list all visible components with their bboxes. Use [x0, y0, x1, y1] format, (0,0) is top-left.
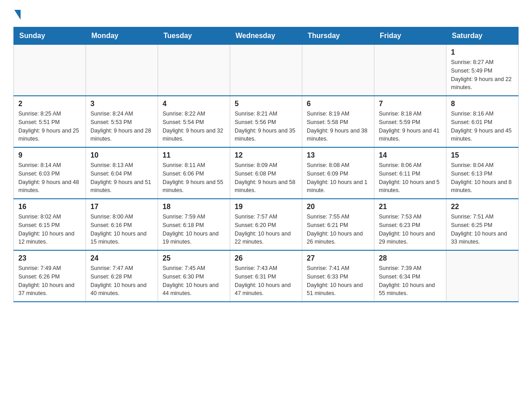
- calendar-body: 1Sunrise: 8:27 AM Sunset: 5:49 PM Daylig…: [14, 45, 519, 302]
- day-info: Sunrise: 8:19 AM Sunset: 5:58 PM Dayligh…: [307, 110, 369, 143]
- calendar-cell: 13Sunrise: 8:08 AM Sunset: 6:09 PM Dayli…: [302, 147, 374, 199]
- calendar-cell: 5Sunrise: 8:21 AM Sunset: 5:56 PM Daylig…: [230, 96, 302, 147]
- day-number: 22: [451, 203, 514, 211]
- week-row-5: 23Sunrise: 7:49 AM Sunset: 6:26 PM Dayli…: [14, 250, 519, 302]
- day-number: 19: [235, 203, 297, 211]
- day-number: 27: [307, 254, 369, 262]
- weekday-header-monday: Monday: [86, 27, 158, 45]
- day-number: 7: [379, 100, 442, 108]
- day-info: Sunrise: 7:45 AM Sunset: 6:30 PM Dayligh…: [163, 264, 225, 298]
- calendar-cell: 3Sunrise: 8:24 AM Sunset: 5:53 PM Daylig…: [86, 96, 158, 147]
- calendar-cell: 6Sunrise: 8:19 AM Sunset: 5:58 PM Daylig…: [302, 96, 374, 147]
- day-number: 15: [451, 151, 514, 159]
- day-info: Sunrise: 7:55 AM Sunset: 6:21 PM Dayligh…: [307, 213, 369, 246]
- calendar-cell: 9Sunrise: 8:14 AM Sunset: 6:03 PM Daylig…: [14, 147, 86, 199]
- day-number: 5: [235, 100, 297, 108]
- day-info: Sunrise: 7:49 AM Sunset: 6:26 PM Dayligh…: [18, 264, 81, 298]
- day-number: 28: [379, 254, 442, 262]
- day-info: Sunrise: 7:43 AM Sunset: 6:31 PM Dayligh…: [235, 264, 297, 298]
- day-info: Sunrise: 7:41 AM Sunset: 6:33 PM Dayligh…: [307, 264, 369, 298]
- calendar-cell: 19Sunrise: 7:57 AM Sunset: 6:20 PM Dayli…: [230, 199, 302, 250]
- calendar-cell: [374, 45, 446, 96]
- day-info: Sunrise: 8:18 AM Sunset: 5:59 PM Dayligh…: [379, 110, 442, 143]
- calendar-cell: 16Sunrise: 8:02 AM Sunset: 6:15 PM Dayli…: [14, 199, 86, 250]
- week-row-3: 9Sunrise: 8:14 AM Sunset: 6:03 PM Daylig…: [14, 147, 519, 199]
- week-row-2: 2Sunrise: 8:25 AM Sunset: 5:51 PM Daylig…: [14, 96, 519, 147]
- calendar-cell: [446, 250, 519, 302]
- calendar-cell: 8Sunrise: 8:16 AM Sunset: 6:01 PM Daylig…: [446, 96, 519, 147]
- day-info: Sunrise: 8:11 AM Sunset: 6:06 PM Dayligh…: [163, 161, 225, 195]
- calendar-cell: 17Sunrise: 8:00 AM Sunset: 6:16 PM Dayli…: [86, 199, 158, 250]
- day-info: Sunrise: 8:14 AM Sunset: 6:03 PM Dayligh…: [18, 161, 81, 195]
- page-header: [13, 9, 519, 18]
- week-row-1: 1Sunrise: 8:27 AM Sunset: 5:49 PM Daylig…: [14, 45, 519, 96]
- calendar-cell: 11Sunrise: 8:11 AM Sunset: 6:06 PM Dayli…: [158, 147, 230, 199]
- day-number: 1: [451, 48, 514, 56]
- day-info: Sunrise: 8:08 AM Sunset: 6:09 PM Dayligh…: [307, 161, 369, 195]
- calendar-cell: 1Sunrise: 8:27 AM Sunset: 5:49 PM Daylig…: [446, 45, 519, 96]
- weekday-header-thursday: Thursday: [302, 27, 374, 45]
- day-info: Sunrise: 8:04 AM Sunset: 6:13 PM Dayligh…: [451, 161, 514, 195]
- calendar-cell: [230, 45, 302, 96]
- weekday-header-wednesday: Wednesday: [230, 27, 302, 45]
- day-info: Sunrise: 7:39 AM Sunset: 6:34 PM Dayligh…: [379, 264, 442, 298]
- calendar-cell: [14, 45, 86, 96]
- day-info: Sunrise: 8:22 AM Sunset: 5:54 PM Dayligh…: [163, 110, 225, 143]
- calendar-cell: [86, 45, 158, 96]
- logo-triangle-icon: [14, 10, 21, 20]
- calendar-cell: 18Sunrise: 7:59 AM Sunset: 6:18 PM Dayli…: [158, 199, 230, 250]
- day-info: Sunrise: 8:06 AM Sunset: 6:11 PM Dayligh…: [379, 161, 442, 195]
- calendar-cell: 22Sunrise: 7:51 AM Sunset: 6:25 PM Dayli…: [446, 199, 519, 250]
- day-info: Sunrise: 8:25 AM Sunset: 5:51 PM Dayligh…: [18, 110, 81, 143]
- calendar-header: SundayMondayTuesdayWednesdayThursdayFrid…: [14, 27, 519, 45]
- day-number: 21: [379, 203, 442, 211]
- day-number: 23: [18, 254, 81, 262]
- day-info: Sunrise: 7:53 AM Sunset: 6:23 PM Dayligh…: [379, 213, 442, 246]
- day-info: Sunrise: 7:47 AM Sunset: 6:28 PM Dayligh…: [90, 264, 153, 298]
- logo: [13, 9, 21, 18]
- weekday-header-sunday: Sunday: [14, 27, 86, 45]
- weekday-header-tuesday: Tuesday: [158, 27, 230, 45]
- calendar-cell: 27Sunrise: 7:41 AM Sunset: 6:33 PM Dayli…: [302, 250, 374, 302]
- day-number: 2: [18, 100, 81, 108]
- day-number: 20: [307, 203, 369, 211]
- day-number: 6: [307, 100, 369, 108]
- calendar-cell: [158, 45, 230, 96]
- day-info: Sunrise: 8:21 AM Sunset: 5:56 PM Dayligh…: [235, 110, 297, 143]
- day-number: 13: [307, 151, 369, 159]
- day-number: 10: [90, 151, 153, 159]
- day-info: Sunrise: 7:59 AM Sunset: 6:18 PM Dayligh…: [163, 213, 225, 246]
- day-info: Sunrise: 8:24 AM Sunset: 5:53 PM Dayligh…: [90, 110, 153, 143]
- day-number: 24: [90, 254, 153, 262]
- calendar-table: SundayMondayTuesdayWednesdayThursdayFrid…: [13, 27, 519, 302]
- day-number: 11: [163, 151, 225, 159]
- day-info: Sunrise: 8:09 AM Sunset: 6:08 PM Dayligh…: [235, 161, 297, 195]
- day-number: 8: [451, 100, 514, 108]
- calendar-cell: 15Sunrise: 8:04 AM Sunset: 6:13 PM Dayli…: [446, 147, 519, 199]
- day-number: 4: [163, 100, 225, 108]
- calendar-cell: 2Sunrise: 8:25 AM Sunset: 5:51 PM Daylig…: [14, 96, 86, 147]
- day-number: 3: [90, 100, 153, 108]
- day-info: Sunrise: 8:16 AM Sunset: 6:01 PM Dayligh…: [451, 110, 514, 143]
- weekday-header-row: SundayMondayTuesdayWednesdayThursdayFrid…: [14, 27, 519, 45]
- calendar-cell: 7Sunrise: 8:18 AM Sunset: 5:59 PM Daylig…: [374, 96, 446, 147]
- week-row-4: 16Sunrise: 8:02 AM Sunset: 6:15 PM Dayli…: [14, 199, 519, 250]
- calendar-cell: 21Sunrise: 7:53 AM Sunset: 6:23 PM Dayli…: [374, 199, 446, 250]
- calendar-cell: 12Sunrise: 8:09 AM Sunset: 6:08 PM Dayli…: [230, 147, 302, 199]
- day-number: 9: [18, 151, 81, 159]
- calendar-cell: 10Sunrise: 8:13 AM Sunset: 6:04 PM Dayli…: [86, 147, 158, 199]
- day-info: Sunrise: 8:00 AM Sunset: 6:16 PM Dayligh…: [90, 213, 153, 246]
- day-number: 26: [235, 254, 297, 262]
- day-number: 18: [163, 203, 225, 211]
- day-number: 14: [379, 151, 442, 159]
- day-number: 17: [90, 203, 153, 211]
- day-number: 16: [18, 203, 81, 211]
- day-number: 12: [235, 151, 297, 159]
- calendar-cell: 14Sunrise: 8:06 AM Sunset: 6:11 PM Dayli…: [374, 147, 446, 199]
- weekday-header-friday: Friday: [374, 27, 446, 45]
- calendar-cell: 23Sunrise: 7:49 AM Sunset: 6:26 PM Dayli…: [14, 250, 86, 302]
- calendar-cell: [302, 45, 374, 96]
- calendar-cell: 4Sunrise: 8:22 AM Sunset: 5:54 PM Daylig…: [158, 96, 230, 147]
- day-info: Sunrise: 7:57 AM Sunset: 6:20 PM Dayligh…: [235, 213, 297, 246]
- day-info: Sunrise: 8:13 AM Sunset: 6:04 PM Dayligh…: [90, 161, 153, 195]
